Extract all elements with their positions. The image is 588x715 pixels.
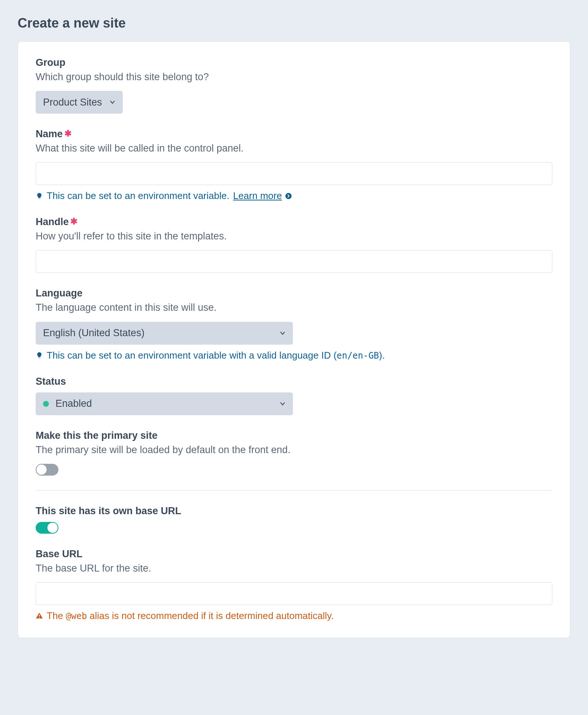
handle-input[interactable] [36, 250, 552, 273]
warning-icon [36, 612, 43, 619]
page-title: Create a new site [18, 15, 570, 31]
has-base-url-toggle[interactable] [36, 522, 58, 534]
field-name: Name✱ What this site will be called in t… [36, 128, 552, 202]
group-label: Group [36, 57, 552, 68]
language-instructions: The language content in this site will u… [36, 300, 552, 315]
status-dot-icon [43, 401, 49, 407]
chevron-down-icon [109, 99, 116, 106]
base-url-instructions: The base URL for the site. [36, 561, 552, 576]
primary-toggle[interactable] [36, 464, 58, 476]
group-select-value: Product Sites [43, 97, 102, 108]
field-primary: Make this the primary site The primary s… [36, 430, 552, 476]
required-indicator: ✱ [64, 128, 72, 138]
field-language: Language The language content in this si… [36, 288, 552, 361]
group-instructions: Which group should this site belong to? [36, 70, 552, 84]
language-select-value: English (United States) [43, 327, 144, 339]
primary-instructions: The primary site will be loaded by defau… [36, 443, 552, 457]
primary-label: Make this the primary site [36, 430, 552, 441]
status-select-value: Enabled [55, 398, 92, 409]
group-select[interactable]: Product Sites [36, 91, 123, 114]
base-url-warning-text: The @web alias is not recommended if it … [47, 610, 334, 622]
language-label: Language [36, 288, 552, 299]
lightbulb-icon [36, 352, 43, 359]
svg-point-0 [286, 193, 292, 199]
required-indicator: ✱ [70, 216, 78, 226]
language-env-tip-text: This can be set to an environment variab… [47, 350, 385, 361]
name-label: Name✱ [36, 128, 552, 140]
language-select[interactable]: English (United States) [36, 322, 293, 345]
handle-label: Handle✱ [36, 216, 552, 228]
field-group: Group Which group should this site belon… [36, 57, 552, 114]
arrow-circle-right-icon [285, 192, 292, 200]
field-base-url: Base URL The base URL for the site. The … [36, 548, 552, 622]
has-base-url-label: This site has its own base URL [36, 505, 552, 517]
status-label: Status [36, 376, 552, 387]
chevron-down-icon [279, 330, 286, 337]
handle-instructions: How you'll refer to this site in the tem… [36, 229, 552, 243]
base-url-warning: The @web alias is not recommended if it … [36, 610, 552, 622]
field-handle: Handle✱ How you'll refer to this site in… [36, 216, 552, 273]
name-input[interactable] [36, 162, 552, 185]
name-env-tip-text: This can be set to an environment variab… [47, 190, 229, 202]
field-has-base-url: This site has its own base URL [36, 505, 552, 534]
name-env-tip: This can be set to an environment variab… [36, 190, 552, 202]
base-url-label: Base URL [36, 548, 552, 560]
chevron-down-icon [279, 400, 286, 408]
status-select[interactable]: Enabled [36, 392, 293, 415]
divider [36, 490, 552, 491]
form-panel: Group Which group should this site belon… [18, 41, 570, 638]
field-status: Status Enabled [36, 376, 552, 415]
lightbulb-icon [36, 192, 43, 200]
base-url-input[interactable] [36, 582, 552, 605]
language-env-tip: This can be set to an environment variab… [36, 350, 552, 361]
name-env-learn-more-link[interactable]: Learn more [233, 190, 282, 202]
name-instructions: What this site will be called in the con… [36, 141, 552, 156]
